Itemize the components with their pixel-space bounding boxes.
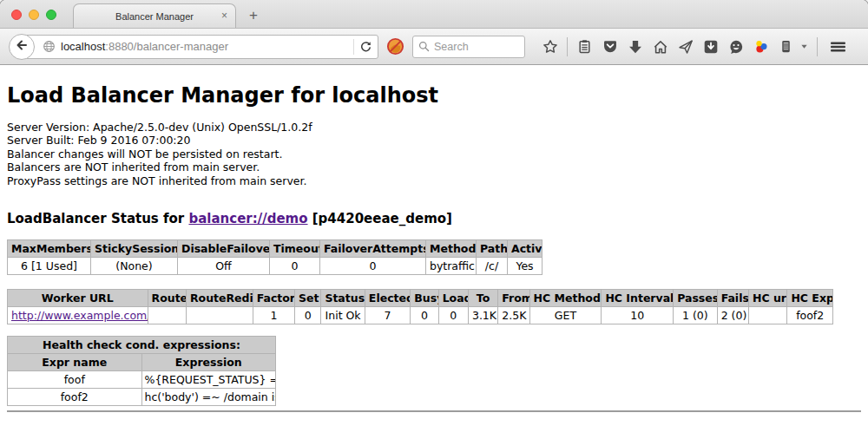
status-prefix: LoadBalancer Status for xyxy=(7,211,188,226)
table-header-row: MaxMembers StickySession DisableFailover… xyxy=(8,240,542,258)
cell-timeout: 0 xyxy=(270,258,320,275)
col-failoverattempts: FailoverAttempts xyxy=(320,240,426,258)
cell-expression: %{REQUEST_STATUS} =~ /^[234]/ xyxy=(141,371,276,389)
new-tab-button[interactable]: + xyxy=(245,7,262,24)
persist-notice-line: Balancer changes will NOT be persisted o… xyxy=(7,147,861,161)
url-path-text: :8880/balancer-manager xyxy=(105,40,228,53)
col-timeout: Timeout xyxy=(270,240,320,258)
worker-table: Worker URL Route RouteRedir Factor Set S… xyxy=(7,289,833,324)
col-hc-interval: HC Interval xyxy=(602,290,674,307)
cell-from: 2.5K xyxy=(498,307,529,324)
search-box[interactable] xyxy=(412,36,525,58)
col-from: From xyxy=(498,290,529,307)
col-passes: Passes xyxy=(674,290,717,307)
bookmark-star-button[interactable] xyxy=(537,34,562,60)
back-button[interactable] xyxy=(9,34,35,60)
battery-extension-button[interactable] xyxy=(773,34,799,60)
cell-failoverattempts: 0 xyxy=(320,258,426,275)
cell-status: Init Ok xyxy=(321,307,365,324)
worker-url-link[interactable]: http://www.example.com/ xyxy=(11,309,148,322)
cell-factor: 1 xyxy=(253,307,294,324)
cell-set: 0 xyxy=(295,307,321,324)
cell-maxmembers: 6 [1 Used] xyxy=(8,258,91,275)
minimize-window-button[interactable] xyxy=(29,10,39,20)
close-window-button[interactable] xyxy=(11,10,22,20)
table-header-row: Worker URL Route RouteRedir Factor Set S… xyxy=(8,290,833,307)
toolbar-divider xyxy=(567,37,568,56)
toolbar-divider xyxy=(817,37,818,56)
col-load: Load xyxy=(438,290,468,307)
col-hc-uri: HC uri xyxy=(748,290,786,307)
server-info: Server Version: Apache/2.5.0-dev (Unix) … xyxy=(7,121,861,187)
url-bar[interactable]: localhost:8880/balancer-manager xyxy=(21,35,378,59)
server-version-line: Server Version: Apache/2.5.0-dev (Unix) … xyxy=(7,121,861,134)
home-button[interactable] xyxy=(648,34,673,60)
downloads-panel-button[interactable] xyxy=(698,34,723,60)
chat-smiley-button[interactable] xyxy=(723,34,748,60)
tab-groups-button[interactable] xyxy=(865,34,868,60)
page-title: Load Balancer Manager for localhost xyxy=(7,65,861,108)
cell-hc-method: GET xyxy=(529,307,602,324)
cell-to: 3.1K xyxy=(468,307,497,324)
download-arrow-button[interactable] xyxy=(622,34,648,60)
clipboard-button[interactable] xyxy=(572,34,597,60)
col-busy: Busy xyxy=(411,290,438,307)
col-factor: Factor xyxy=(253,290,294,307)
cell-passes: 1 (0) xyxy=(674,307,717,324)
titlebar: Balancer Manager × + xyxy=(0,0,868,29)
status-suffix: [p4420eeae_demo] xyxy=(308,211,452,226)
reload-button[interactable] xyxy=(359,40,372,53)
browser-window: Balancer Manager × + localhost:8880/bala… xyxy=(0,0,868,426)
cell-worker-url: http://www.example.com/ xyxy=(8,307,148,324)
table-row: foof %{REQUEST_STATUS} =~ /^[234]/ xyxy=(8,371,276,389)
cell-fails: 2 (0) xyxy=(717,307,748,324)
cell-busy: 0 xyxy=(411,307,438,324)
col-to: To xyxy=(468,290,497,307)
zoom-window-button[interactable] xyxy=(46,10,56,20)
col-active: Active xyxy=(508,240,542,258)
inherit-notice-line: Balancers are NOT inherited from main se… xyxy=(7,161,861,174)
cell-hc-uri xyxy=(748,307,786,324)
col-route: Route xyxy=(148,290,186,307)
server-built-line: Server Built: Feb 9 2016 07:00:20 xyxy=(7,134,861,147)
cell-hc-interval: 10 xyxy=(602,307,674,324)
col-status: Status xyxy=(321,290,365,307)
cell-expression: hc('body') =~ /domain is established/ xyxy=(141,389,276,406)
menu-hamburger-button[interactable] xyxy=(825,34,851,60)
page-content: Load Balancer Manager for localhost Serv… xyxy=(0,65,868,425)
cell-routeredir xyxy=(186,307,253,324)
tab-balancer-manager[interactable]: Balancer Manager × xyxy=(73,3,236,28)
col-stickysession: StickySession xyxy=(91,240,178,258)
loadbalancer-status-heading: LoadBalancer Status for balancer://demo … xyxy=(7,211,861,226)
health-check-table: Health check cond. expressions: Expr nam… xyxy=(7,336,276,406)
col-path: Path xyxy=(477,240,508,258)
worker-row: http://www.example.com/ 1 0 Init Ok 7 0 … xyxy=(8,307,833,324)
col-routeredir: RouteRedir xyxy=(186,290,253,307)
balancer-summary-table: MaxMembers StickySession DisableFailover… xyxy=(7,239,542,275)
tab-close-icon[interactable]: × xyxy=(221,10,227,21)
navigation-toolbar: localhost:8880/balancer-manager xyxy=(0,29,868,65)
content-blocked-badge[interactable] xyxy=(386,37,404,56)
table-row: 6 [1 Used] (None) Off 0 0 bytraffic /c/ … xyxy=(8,258,542,275)
extension-dots-button[interactable] xyxy=(748,34,773,60)
cell-expr-name: foof xyxy=(8,371,142,389)
send-page-button[interactable] xyxy=(673,34,698,60)
window-controls xyxy=(11,10,56,20)
col-fails: Fails xyxy=(717,290,748,307)
col-worker-url: Worker URL xyxy=(8,290,148,307)
overflow-caret-icon[interactable] xyxy=(799,43,809,50)
tab-title: Balancer Manager xyxy=(115,11,194,22)
cell-stickysession: (None) xyxy=(91,258,178,275)
table-title-row: Health check cond. expressions: xyxy=(8,337,276,354)
cell-method: bytraffic xyxy=(426,258,477,275)
col-set: Set xyxy=(295,290,321,307)
cell-expr-name: foof2 xyxy=(8,389,142,406)
cell-route xyxy=(148,307,186,324)
balancer-demo-link[interactable]: balancer://demo xyxy=(188,211,307,226)
page-bottom-rule xyxy=(7,410,861,412)
health-table-title: Health check cond. expressions: xyxy=(8,337,276,354)
search-input[interactable] xyxy=(434,41,514,53)
table-row: foof2 hc('body') =~ /domain is establish… xyxy=(8,389,276,406)
cell-load: 0 xyxy=(438,307,468,324)
pocket-button[interactable] xyxy=(597,34,622,60)
